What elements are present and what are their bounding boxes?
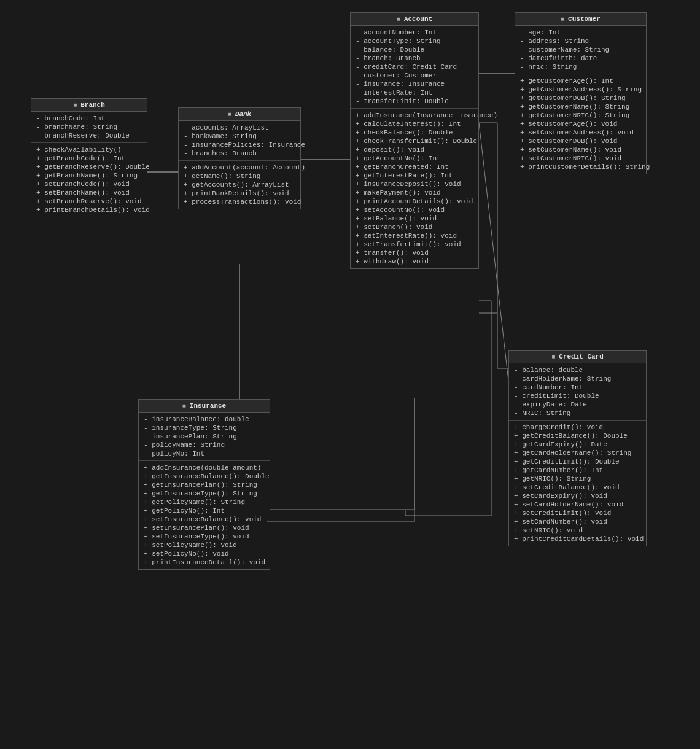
account-method-18: withdraw(): void [356, 257, 473, 266]
insurance-attr-4: policyName: String [144, 441, 265, 449]
credit-card-collapse-icon[interactable]: ■ [551, 354, 555, 360]
customer-method-7: setCustomerAddress(): void [520, 128, 641, 137]
branch-title: Branch [80, 101, 105, 109]
customer-attr-2: address: String [520, 37, 641, 45]
account-attributes: accountNumber: Int accountType: String b… [351, 26, 478, 109]
insurance-method-3: getInsurancePlan(): String [144, 481, 265, 489]
account-method-9: insuranceDeposit(): void [356, 180, 473, 188]
cc-attr-1: balance: double [514, 366, 641, 374]
cc-method-10: setCardHolderName(): void [514, 500, 641, 509]
bank-attr-4: branches: Branch [184, 149, 295, 158]
account-method-7: getBranchCreated: Int [356, 163, 473, 171]
customer-method-4: getCustomerName(): String [520, 103, 641, 111]
cc-method-3: getCardExpiry(): Date [514, 440, 641, 449]
account-attr-2: accountType: String [356, 37, 473, 45]
insurance-method-7: setInsuranceBalance(): void [144, 515, 265, 524]
cc-method-7: getNRIC(): String [514, 475, 641, 483]
branch-attr-1: branchCode: Int [36, 114, 142, 123]
account-method-6: getAccountNo(): Int [356, 154, 473, 163]
customer-method-3: getCustomerDOB(): String [520, 94, 641, 103]
insurance-method-5: getPolicyName(): String [144, 498, 265, 506]
account-method-3: checkBalance(): Double [356, 128, 473, 137]
account-method-5: deposit(): void [356, 146, 473, 154]
account-method-16: setTransferLimit(): void [356, 240, 473, 249]
bank-attr-3: insurancePolicies: Insurance [184, 141, 295, 149]
cc-method-8: setCreditBalance(): void [514, 483, 641, 492]
account-attr-9: transferLimit: Double [356, 97, 473, 106]
credit-card-attributes: balance: double cardHolderName: String c… [509, 363, 646, 421]
insurance-title: Insurance [190, 402, 226, 409]
insurance-method-2: getInsuranceBalance(): Double [144, 472, 265, 481]
account-method-13: setBalance(): void [356, 214, 473, 223]
account-methods: addInsurance(Insurance insurance) calcul… [351, 109, 478, 268]
customer-attr-5: nric: String [520, 63, 641, 71]
bank-method-1: addAccount(account: Account) [184, 163, 295, 172]
insurance-method-11: setPolicyNo(): void [144, 549, 265, 558]
branch-attr-3: branchReserve: Double [36, 131, 142, 140]
cc-method-1: chargeCredit(): void [514, 423, 641, 432]
customer-method-11: printCustomerDetails(): String [520, 163, 641, 171]
account-collapse-icon[interactable]: ■ [397, 16, 400, 23]
branch-method-8: printBranchDetails(): void [36, 206, 142, 214]
account-attr-1: accountNumber: Int [356, 28, 473, 37]
account-method-14: setBranch(): void [356, 223, 473, 231]
customer-method-5: getCustomerNRIC(): String [520, 111, 641, 120]
insurance-methods: addInsurance(double amount) getInsurance… [139, 461, 270, 569]
account-header: ■ Account [351, 13, 478, 26]
credit-card-header: ■ Credit_Card [509, 351, 646, 363]
account-attr-8: interestRate: Int [356, 88, 473, 97]
cc-attr-5: expiryDate: Date [514, 400, 641, 409]
insurance-attr-2: insuranceType: String [144, 424, 265, 432]
credit-card-title: Credit_Card [559, 353, 604, 360]
insurance-attr-1: insuranceBalance: double [144, 415, 265, 424]
svg-line-3 [479, 123, 508, 381]
branch-collapse-icon[interactable]: ■ [73, 102, 77, 109]
cc-attr-3: cardNumber: Int [514, 383, 641, 392]
insurance-method-10: setPolicyName(): void [144, 541, 265, 549]
branch-method-3: getBranchReserve(): Double [36, 163, 142, 171]
cc-method-11: setCreditLimit(): void [514, 509, 641, 518]
insurance-attributes: insuranceBalance: double insuranceType: … [139, 413, 270, 461]
branch-attributes: branchCode: Int branchName: String branc… [31, 112, 147, 143]
insurance-attr-5: policyNo: Int [144, 449, 265, 458]
cc-method-5: getCreditLimit(): Double [514, 457, 641, 466]
insurance-header: ■ Insurance [139, 400, 270, 413]
cc-method-13: setNRIC(): void [514, 526, 641, 535]
account-attr-5: creditCard: Credit_Card [356, 63, 473, 71]
bank-method-4: printBankDetails(): void [184, 189, 295, 198]
cc-method-4: getCardHolderName(): String [514, 449, 641, 457]
bank-method-3: getAccounts(): ArrayList [184, 180, 295, 189]
branch-header: ■ Branch [31, 99, 147, 112]
account-method-10: makePayment(): void [356, 188, 473, 197]
account-method-11: printAccountDetails(): void [356, 197, 473, 206]
customer-collapse-icon[interactable]: ■ [561, 16, 564, 23]
branch-attr-2: branchName: String [36, 123, 142, 131]
branch-method-6: setBranchName(): void [36, 188, 142, 197]
account-method-17: transfer(): void [356, 249, 473, 257]
customer-method-9: setCustomerName(): void [520, 146, 641, 154]
customer-methods: getCustomerAge(): Int getCustomerAddress… [515, 74, 646, 174]
account-method-1: addInsurance(Insurance insurance) [356, 111, 473, 120]
account-attr-3: balance: Double [356, 45, 473, 54]
insurance-collapse-icon[interactable]: ■ [182, 403, 186, 409]
customer-method-10: setCustomerNRIC(): void [520, 154, 641, 163]
credit-card-methods: chargeCredit(): void getCreditBalance():… [509, 421, 646, 546]
insurance-method-1: addInsurance(double amount) [144, 464, 265, 472]
insurance-method-8: setInsurancePlan(): void [144, 524, 265, 532]
bank-collapse-icon[interactable]: ■ [228, 111, 231, 118]
bank-title: Bank [235, 111, 251, 118]
branch-method-5: setBranchCode(): void [36, 180, 142, 188]
cc-method-14: printCreditCardDetails(): void [514, 535, 641, 543]
account-attr-7: insurance: Insurance [356, 80, 473, 88]
branch-class: ■ Branch branchCode: Int branchName: Str… [31, 98, 147, 217]
insurance-method-12: printInsuranceDetail(): void [144, 558, 265, 567]
customer-method-2: getCustomerAddress(): String [520, 85, 641, 94]
insurance-method-4: getInsuranceType(): String [144, 489, 265, 498]
cc-method-2: getCreditBalance(): Double [514, 432, 641, 440]
customer-method-6: setCustomerAge(): void [520, 120, 641, 128]
account-title: Account [404, 15, 432, 23]
bank-method-2: getName(): String [184, 172, 295, 180]
cc-attr-4: creditLimit: Double [514, 392, 641, 400]
customer-method-1: getCustomerAge(): Int [520, 77, 641, 85]
customer-method-8: setCustomerDOB(): void [520, 137, 641, 146]
